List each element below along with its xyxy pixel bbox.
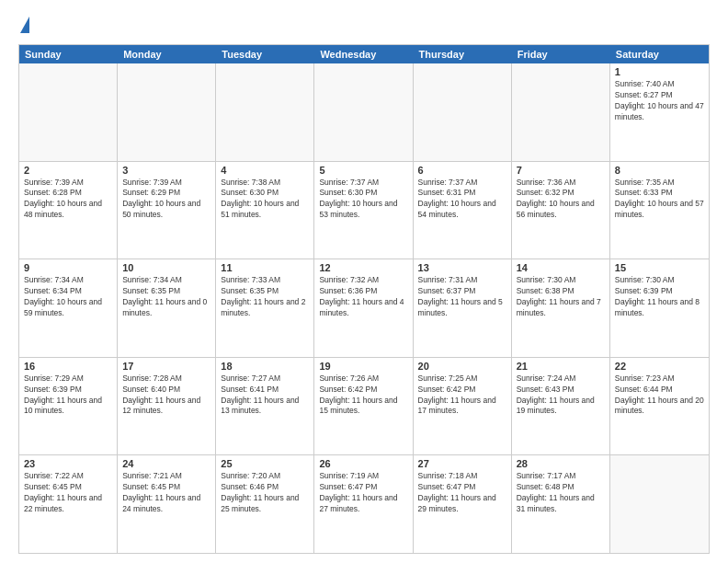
day-info: Sunrise: 7:37 AMSunset: 6:30 PMDaylight:…: [319, 178, 407, 222]
calendar-cell: 19Sunrise: 7:26 AMSunset: 6:42 PMDayligh…: [314, 358, 413, 455]
day-number: 3: [122, 165, 210, 176]
calendar-cell: 4Sunrise: 7:38 AMSunset: 6:30 PMDaylight…: [216, 162, 314, 259]
day-number: 22: [615, 361, 704, 372]
day-number: 19: [319, 361, 407, 372]
day-info: Sunrise: 7:33 AMSunset: 6:35 PMDaylight:…: [221, 275, 309, 319]
calendar-cell: 7Sunrise: 7:36 AMSunset: 6:32 PMDaylight…: [512, 162, 610, 259]
day-info: Sunrise: 7:25 AMSunset: 6:42 PMDaylight:…: [418, 373, 506, 418]
calendar-header-cell: Tuesday: [216, 45, 314, 63]
day-number: 28: [517, 458, 605, 469]
day-info: Sunrise: 7:36 AMSunset: 6:32 PMDaylight:…: [517, 178, 605, 222]
day-number: 24: [122, 458, 210, 469]
calendar-cell: 15Sunrise: 7:30 AMSunset: 6:39 PMDayligh…: [610, 259, 709, 357]
calendar-cell: 23Sunrise: 7:22 AMSunset: 6:45 PMDayligh…: [19, 455, 118, 553]
day-number: 10: [122, 262, 210, 273]
day-number: 15: [615, 262, 704, 273]
day-info: Sunrise: 7:37 AMSunset: 6:31 PMDaylight:…: [418, 178, 506, 222]
day-info: Sunrise: 7:19 AMSunset: 6:47 PMDaylight:…: [319, 471, 407, 515]
calendar-header-cell: Saturday: [610, 45, 709, 63]
calendar-cell: 20Sunrise: 7:25 AMSunset: 6:42 PMDayligh…: [414, 358, 512, 455]
day-number: 18: [221, 361, 309, 372]
calendar-cell: [19, 63, 118, 161]
day-info: Sunrise: 7:40 AMSunset: 6:27 PMDaylight:…: [615, 79, 704, 123]
calendar: SundayMondayTuesdayWednesdayThursdayFrid…: [18, 44, 710, 554]
day-number: 8: [615, 165, 704, 176]
day-number: 6: [418, 165, 506, 176]
calendar-header-cell: Wednesday: [314, 45, 413, 63]
calendar-cell: 10Sunrise: 7:34 AMSunset: 6:35 PMDayligh…: [118, 259, 216, 357]
day-number: 4: [221, 165, 309, 176]
day-number: 25: [221, 458, 309, 469]
day-info: Sunrise: 7:27 AMSunset: 6:41 PMDaylight:…: [221, 373, 309, 418]
calendar-cell: 26Sunrise: 7:19 AMSunset: 6:47 PMDayligh…: [314, 455, 413, 553]
day-info: Sunrise: 7:30 AMSunset: 6:39 PMDaylight:…: [615, 275, 704, 319]
calendar-cell: 11Sunrise: 7:33 AMSunset: 6:35 PMDayligh…: [216, 259, 314, 357]
calendar-cell: 21Sunrise: 7:24 AMSunset: 6:43 PMDayligh…: [512, 358, 610, 455]
day-number: 14: [517, 262, 605, 273]
calendar-cell: 13Sunrise: 7:31 AMSunset: 6:37 PMDayligh…: [414, 259, 512, 357]
day-info: Sunrise: 7:38 AMSunset: 6:30 PMDaylight:…: [221, 178, 309, 222]
day-number: 13: [418, 262, 506, 273]
calendar-cell: [314, 63, 413, 161]
calendar-cell: [610, 455, 709, 553]
day-info: Sunrise: 7:24 AMSunset: 6:43 PMDaylight:…: [517, 373, 605, 418]
day-info: Sunrise: 7:28 AMSunset: 6:40 PMDaylight:…: [122, 373, 210, 418]
day-info: Sunrise: 7:31 AMSunset: 6:37 PMDaylight:…: [418, 275, 506, 319]
day-number: 21: [517, 361, 605, 372]
calendar-cell: [216, 63, 314, 161]
day-info: Sunrise: 7:35 AMSunset: 6:33 PMDaylight:…: [615, 178, 704, 222]
header: [18, 17, 710, 35]
day-info: Sunrise: 7:39 AMSunset: 6:28 PMDaylight:…: [24, 178, 112, 222]
calendar-cell: 22Sunrise: 7:23 AMSunset: 6:44 PMDayligh…: [610, 358, 709, 455]
day-number: 26: [319, 458, 407, 469]
calendar-cell: 3Sunrise: 7:39 AMSunset: 6:29 PMDaylight…: [118, 162, 216, 259]
calendar-cell: 17Sunrise: 7:28 AMSunset: 6:40 PMDayligh…: [118, 358, 216, 455]
calendar-cell: 9Sunrise: 7:34 AMSunset: 6:34 PMDaylight…: [19, 259, 118, 357]
day-info: Sunrise: 7:18 AMSunset: 6:47 PMDaylight:…: [418, 471, 506, 515]
day-number: 12: [319, 262, 407, 273]
day-number: 5: [319, 165, 407, 176]
day-info: Sunrise: 7:23 AMSunset: 6:44 PMDaylight:…: [615, 373, 704, 418]
calendar-cell: 14Sunrise: 7:30 AMSunset: 6:38 PMDayligh…: [512, 259, 610, 357]
day-info: Sunrise: 7:26 AMSunset: 6:42 PMDaylight:…: [319, 373, 407, 418]
calendar-row: 16Sunrise: 7:29 AMSunset: 6:39 PMDayligh…: [19, 358, 709, 456]
calendar-cell: 16Sunrise: 7:29 AMSunset: 6:39 PMDayligh…: [19, 358, 118, 455]
day-number: 17: [122, 361, 210, 372]
day-info: Sunrise: 7:39 AMSunset: 6:29 PMDaylight:…: [122, 178, 210, 222]
calendar-header-cell: Sunday: [19, 45, 118, 63]
day-number: 20: [418, 361, 506, 372]
calendar-body: 1Sunrise: 7:40 AMSunset: 6:27 PMDaylight…: [19, 63, 709, 553]
day-info: Sunrise: 7:30 AMSunset: 6:38 PMDaylight:…: [517, 275, 605, 319]
calendar-row: 9Sunrise: 7:34 AMSunset: 6:34 PMDaylight…: [19, 259, 709, 358]
calendar-header-cell: Monday: [118, 45, 216, 63]
page: SundayMondayTuesdayWednesdayThursdayFrid…: [0, 0, 728, 563]
calendar-cell: 12Sunrise: 7:32 AMSunset: 6:36 PMDayligh…: [314, 259, 413, 357]
day-info: Sunrise: 7:20 AMSunset: 6:46 PMDaylight:…: [221, 471, 309, 515]
calendar-row: 1Sunrise: 7:40 AMSunset: 6:27 PMDaylight…: [19, 63, 709, 162]
day-info: Sunrise: 7:34 AMSunset: 6:35 PMDaylight:…: [122, 275, 210, 319]
day-info: Sunrise: 7:34 AMSunset: 6:34 PMDaylight:…: [24, 275, 112, 319]
day-info: Sunrise: 7:29 AMSunset: 6:39 PMDaylight:…: [24, 373, 112, 418]
day-info: Sunrise: 7:17 AMSunset: 6:48 PMDaylight:…: [517, 471, 605, 515]
day-info: Sunrise: 7:21 AMSunset: 6:45 PMDaylight:…: [122, 471, 210, 515]
calendar-cell: 18Sunrise: 7:27 AMSunset: 6:41 PMDayligh…: [216, 358, 314, 455]
day-number: 1: [615, 66, 704, 77]
logo: [18, 17, 29, 35]
day-number: 11: [221, 262, 309, 273]
calendar-cell: 25Sunrise: 7:20 AMSunset: 6:46 PMDayligh…: [216, 455, 314, 553]
calendar-cell: 5Sunrise: 7:37 AMSunset: 6:30 PMDaylight…: [314, 162, 413, 259]
day-number: 27: [418, 458, 506, 469]
day-number: 7: [517, 165, 605, 176]
day-number: 23: [24, 458, 112, 469]
calendar-cell: [512, 63, 610, 161]
calendar-row: 2Sunrise: 7:39 AMSunset: 6:28 PMDaylight…: [19, 162, 709, 260]
calendar-cell: 2Sunrise: 7:39 AMSunset: 6:28 PMDaylight…: [19, 162, 118, 259]
calendar-cell: [414, 63, 512, 161]
calendar-header-cell: Thursday: [414, 45, 512, 63]
calendar-cell: 6Sunrise: 7:37 AMSunset: 6:31 PMDaylight…: [414, 162, 512, 259]
calendar-cell: 1Sunrise: 7:40 AMSunset: 6:27 PMDaylight…: [610, 63, 709, 161]
calendar-cell: 8Sunrise: 7:35 AMSunset: 6:33 PMDaylight…: [610, 162, 709, 259]
day-info: Sunrise: 7:22 AMSunset: 6:45 PMDaylight:…: [24, 471, 112, 515]
logo-triangle-icon: [20, 17, 29, 33]
calendar-header: SundayMondayTuesdayWednesdayThursdayFrid…: [19, 45, 709, 63]
